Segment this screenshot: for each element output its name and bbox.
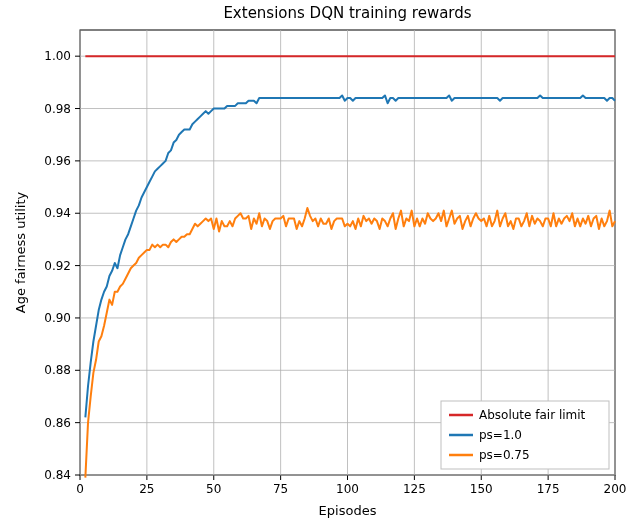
x-tick-label: 50 xyxy=(206,482,221,496)
y-tick-label: 0.94 xyxy=(44,206,71,220)
x-tick-label: 0 xyxy=(76,482,84,496)
x-tick-label: 175 xyxy=(537,482,560,496)
chart-container: 02550751001251501752000.840.860.880.900.… xyxy=(0,0,640,528)
x-tick-label: 150 xyxy=(470,482,493,496)
series-line xyxy=(85,95,615,417)
y-tick-label: 0.90 xyxy=(44,311,71,325)
y-tick-label: 0.96 xyxy=(44,154,71,168)
y-tick-label: 1.00 xyxy=(44,49,71,63)
y-tick-label: 0.92 xyxy=(44,259,71,273)
x-tick-label: 75 xyxy=(273,482,288,496)
legend-label: ps=0.75 xyxy=(479,448,530,462)
x-tick-label: 200 xyxy=(604,482,627,496)
x-tick-label: 125 xyxy=(403,482,426,496)
x-axis-label: Episodes xyxy=(319,503,377,518)
chart-title: Extensions DQN training rewards xyxy=(223,4,471,22)
y-tick-label: 0.98 xyxy=(44,102,71,116)
legend-label: Absolute fair limit xyxy=(479,408,586,422)
legend-label: ps=1.0 xyxy=(479,428,522,442)
x-tick-label: 100 xyxy=(336,482,359,496)
y-tick-label: 0.84 xyxy=(44,468,71,482)
x-tick-label: 25 xyxy=(139,482,154,496)
chart-svg: 02550751001251501752000.840.860.880.900.… xyxy=(0,0,640,528)
y-tick-label: 0.86 xyxy=(44,416,71,430)
y-axis-label: Age fairness utility xyxy=(13,191,28,313)
y-tick-label: 0.88 xyxy=(44,363,71,377)
